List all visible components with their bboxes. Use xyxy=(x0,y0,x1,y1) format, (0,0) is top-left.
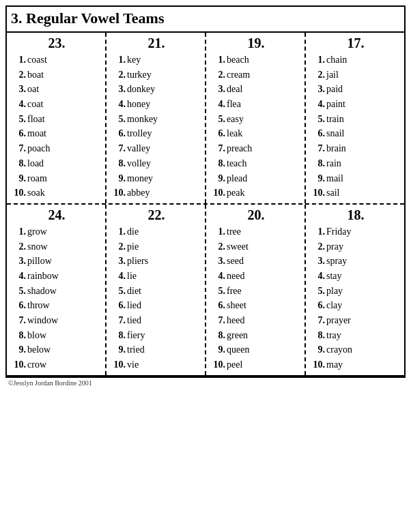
item-word: trolley xyxy=(127,126,152,141)
item-word: jail xyxy=(326,68,339,83)
item-number: 8. xyxy=(310,156,325,171)
item-word: tied xyxy=(127,313,141,328)
item-number: 3. xyxy=(111,82,126,97)
word-list-1-0: 1. grow2. snow3. pillow4. rainbow5. shad… xyxy=(11,224,102,372)
item-number: 10. xyxy=(11,357,26,372)
list-item: 10. vie xyxy=(111,357,202,372)
list-item: 4. need xyxy=(210,269,302,284)
item-number: 3. xyxy=(11,82,26,97)
item-number: 9. xyxy=(11,342,26,357)
item-word: crow xyxy=(27,357,46,372)
item-number: 2. xyxy=(11,239,26,254)
item-number: 1. xyxy=(310,224,325,239)
list-item: 6. snail xyxy=(310,126,401,141)
item-number: 5. xyxy=(111,284,126,299)
item-word: crayon xyxy=(326,342,352,357)
word-list-1-3: 1. Friday2. pray3. spray4. stay5. play6.… xyxy=(310,224,401,372)
list-item: 1. coast xyxy=(11,53,102,68)
item-number: 4. xyxy=(210,97,225,112)
item-number: 6. xyxy=(111,126,126,141)
list-item: 10. abbey xyxy=(111,186,202,201)
item-word: clay xyxy=(326,298,342,313)
list-item: 7. window xyxy=(11,313,102,328)
item-number: 1. xyxy=(11,224,26,239)
list-item: 10. may xyxy=(310,357,401,372)
item-word: cream xyxy=(227,68,250,83)
list-item: 7. tied xyxy=(111,313,202,328)
list-item: 9. plead xyxy=(210,171,302,186)
item-number: 6. xyxy=(11,126,26,141)
item-number: 1. xyxy=(11,53,26,68)
item-number: 8. xyxy=(111,328,126,343)
item-word: oat xyxy=(27,82,39,97)
item-number: 7. xyxy=(310,313,325,328)
item-number: 2. xyxy=(210,239,225,254)
item-number: 7. xyxy=(210,141,225,156)
item-number: 8. xyxy=(210,156,225,171)
list-item: 3. seed xyxy=(210,254,302,269)
item-word: pliers xyxy=(127,254,148,269)
list-item: 10. peak xyxy=(210,186,302,201)
item-word: key xyxy=(127,53,141,68)
item-word: lie xyxy=(127,269,137,284)
item-word: snail xyxy=(326,126,344,141)
list-item: 7. heed xyxy=(210,313,302,328)
item-word: queen xyxy=(227,342,249,357)
list-item: 8. fiery xyxy=(111,328,202,343)
list-item: 6. lied xyxy=(111,298,202,313)
item-number: 4. xyxy=(210,269,225,284)
item-word: fiery xyxy=(127,328,145,343)
list-item: 5. monkey xyxy=(111,112,202,127)
list-item: 9. mail xyxy=(310,171,401,186)
item-number: 4. xyxy=(111,97,126,112)
item-number: 1. xyxy=(111,53,126,68)
item-number: 4. xyxy=(11,269,26,284)
col-header-0-2: 19. xyxy=(210,35,302,51)
item-number: 4. xyxy=(310,97,325,112)
list-item: 10. peel xyxy=(210,357,302,372)
word-list-0-0: 1. coast2. boat3. oat4. coat5. float6. m… xyxy=(11,53,102,201)
item-number: 7. xyxy=(11,141,26,156)
list-item: 10. soak xyxy=(11,186,102,201)
list-item: 5. shadow xyxy=(11,284,102,299)
item-word: moat xyxy=(27,126,46,141)
list-item: 2. cream xyxy=(210,68,302,83)
word-list-0-3: 1. chain2. jail3. paid4. paint5. train6.… xyxy=(310,53,401,201)
item-number: 3. xyxy=(310,82,325,97)
item-word: may xyxy=(326,357,343,372)
list-item: 8. green xyxy=(210,328,302,343)
item-number: 9. xyxy=(11,171,26,186)
item-number: 5. xyxy=(11,284,26,299)
list-item: 1. key xyxy=(111,53,202,68)
item-number: 9. xyxy=(111,342,126,357)
item-word: shadow xyxy=(27,284,57,299)
grid-cell-0-1: 21.1. key2. turkey3. donkey4. honey5. mo… xyxy=(107,33,206,203)
item-number: 4. xyxy=(111,269,126,284)
item-word: below xyxy=(27,342,51,357)
item-number: 8. xyxy=(11,328,26,343)
list-item: 5. free xyxy=(210,284,302,299)
item-number: 5. xyxy=(210,284,225,299)
list-item: 7. brain xyxy=(310,141,401,156)
item-word: roam xyxy=(27,171,47,186)
item-number: 2. xyxy=(111,239,126,254)
list-item: 5. train xyxy=(310,112,401,127)
list-item: 7. prayer xyxy=(310,313,401,328)
grid-row-1: 24.1. grow2. snow3. pillow4. rainbow5. s… xyxy=(7,205,404,376)
item-word: spray xyxy=(326,254,347,269)
list-item: 6. throw xyxy=(11,298,102,313)
grid-row-0: 23.1. coast2. boat3. oat4. coat5. float6… xyxy=(7,33,404,205)
col-header-1-1: 22. xyxy=(111,207,202,223)
item-number: 8. xyxy=(310,328,325,343)
list-item: 4. lie xyxy=(111,269,202,284)
item-word: diet xyxy=(127,284,141,299)
list-item: 5. diet xyxy=(111,284,202,299)
item-number: 4. xyxy=(11,97,26,112)
item-word: pie xyxy=(127,239,139,254)
item-number: 8. xyxy=(210,328,225,343)
list-item: 3. donkey xyxy=(111,82,202,97)
list-item: 3. pliers xyxy=(111,254,202,269)
list-item: 2. pray xyxy=(310,239,401,254)
list-item: 2. sweet xyxy=(210,239,302,254)
list-item: 6. clay xyxy=(310,298,401,313)
